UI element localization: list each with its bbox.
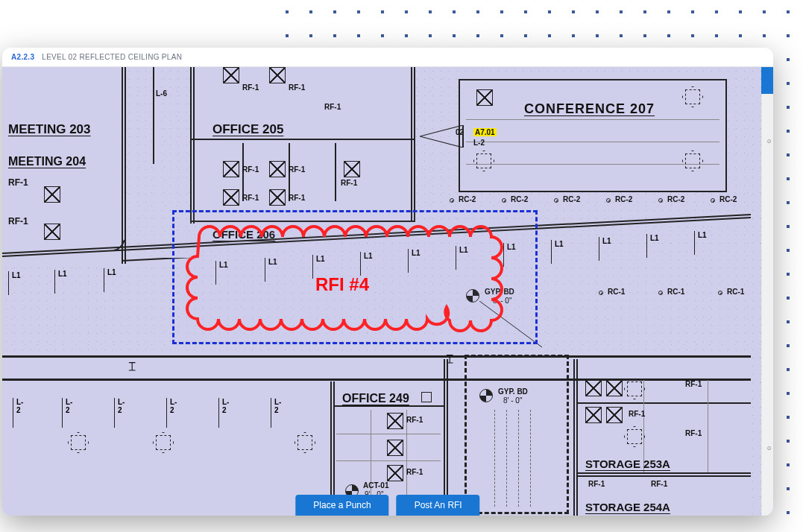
tag-rc1-a: RC-1 [608,288,625,296]
tag-l2-5: L-2 [274,398,281,414]
ceiling-grid-line [466,142,719,142]
fixture-box-icon [421,392,432,402]
fixture-rf-icon [606,407,623,423]
tag-rf1-j: RF-1 [289,194,305,202]
tag-l1-12: L1 [650,234,659,242]
tag-rc2-a: RC-2 [459,195,476,203]
ceiling-grid-line [336,460,441,461]
tag-l1-10: L1 [555,240,564,248]
action-bar: Place a Punch Post An RFI [295,495,479,516]
wall-line [411,67,412,222]
tag-rf1-o: RF-1 [685,429,702,437]
fixture-rf-icon [387,465,403,481]
corridor-band [2,355,751,381]
fixture-strip-icon [153,67,154,164]
tag-rf1-g: RF-1 [289,165,305,174]
device-rc-icon [554,198,558,203]
tag-l2-conf: L-2 [473,139,485,147]
shaft-block [465,355,569,514]
post-rfi-button[interactable]: Post An RFI [397,495,480,516]
scrollbar-highlight [761,67,773,94]
fixture-rf-icon [387,440,403,456]
vertical-scrollbar[interactable]: o o [761,67,773,516]
wall-line [190,139,414,140]
device-rc-icon [658,291,663,295]
tag-rf1-k: RF-1 [406,416,423,424]
room-label-storage253a: STORAGE 253A [585,457,670,470]
fixture-rf-icon [606,380,623,396]
fixture-rf-icon [387,413,403,429]
tag-l2-3: L-2 [170,398,177,414]
tag-rc2-d: RC-2 [615,195,632,203]
light-fixture-icon [297,435,312,450]
duct-line [506,410,507,507]
wall-line [2,379,751,381]
scrollbar-glyph: o [767,137,771,145]
light-fixture-icon [627,429,642,444]
wall-line [193,67,195,224]
selection-rectangle[interactable] [172,210,538,344]
wall-line [576,402,751,404]
room-label-meeting204: MEETING 204 [8,155,86,168]
device-rc-icon [599,291,603,295]
tag-rf1-d: RF-1 [289,83,305,92]
tag-rf1-h: RF-1 [341,179,357,187]
tag-rc1-c: RC-1 [727,288,744,296]
ceiling-grid-line [466,164,719,165]
light-fixture-icon [156,435,171,450]
tag-l2-2: L-2 [118,398,125,414]
room-label-office249: OFFICE 249 [342,392,409,405]
fixture-rf-icon [269,67,286,83]
tag-rf1-q: RF-1 [651,480,667,488]
wall-line [190,67,192,224]
wall-line [576,359,578,516]
fixture-rf-icon [223,161,239,177]
duct-line [530,410,531,507]
ceiling-grid-line [336,434,441,434]
tag-rf1-i: RF-1 [242,194,259,202]
ceiling-grid-line [708,380,708,472]
drawing-titlebar: A2.2.3 LEVEL 02 REFLECTED CEILING PLAN [2,48,773,67]
tag-rc2-c: RC-2 [563,195,580,203]
device-rc-icon [502,198,506,203]
wall-line [576,475,751,477]
tag-rc2-b: RC-2 [511,195,528,203]
callout-ref: A7.01 [473,128,497,136]
ceiling-grid-line [466,119,719,120]
room-label-storage254a: STORAGE 254A [585,501,670,513]
light-fixture-icon [476,153,491,168]
device-rc-icon [450,198,454,203]
place-punch-button[interactable]: Place a Punch [295,495,388,516]
tag-l1-0: L1 [12,271,21,279]
tag-rf1-a: RF-1 [8,177,28,188]
duct-line [518,410,519,507]
fixture-rf-icon [344,161,360,177]
room-label-office205: OFFICE 205 [212,122,283,137]
device-rc-icon [658,198,663,203]
wall-line [2,355,751,358]
room-label-conference207: CONFERENCE 207 [524,101,655,117]
fixture-rf-icon [44,186,60,203]
sheet-title: LEVEL 02 REFLECTED CEILING PLAN [42,53,182,61]
tag-gypbd-2: GYP. BD [498,387,528,396]
tag-l1-2: L1 [107,268,116,276]
wall-line [444,359,445,516]
fixture-rf-icon [585,407,602,423]
tag-rf1-n: RF-1 [629,410,645,418]
tag-rf1-f: RF-1 [242,165,259,174]
light-fixture-icon [627,381,642,396]
fixture-rf-icon [269,189,286,206]
device-rc-icon [718,291,722,295]
wall-line [447,359,448,516]
drawing-viewer-window: A2.2.3 LEVEL 02 REFLECTED CEILING PLAN M… [2,48,773,516]
tag-l1-11: L1 [602,237,611,245]
drawing-canvas[interactable]: MEETING 203 MEETING 204 RF-1 RF-1 L-6 OF… [2,67,773,516]
tag-rc1-b: RC-1 [667,288,684,296]
grid-line [335,143,336,201]
scrollbar-glyph: o [767,444,771,452]
wall-line [573,359,575,516]
light-fixture-icon [71,435,86,450]
tag-rc2-e: RC-2 [667,195,684,203]
tag-rf1-l: RF-1 [406,468,423,476]
wall-line [576,472,751,474]
